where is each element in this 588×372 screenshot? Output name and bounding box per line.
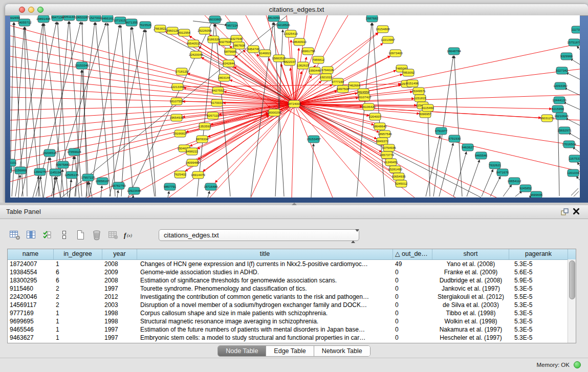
column-header-year[interactable]: year bbox=[102, 249, 137, 259]
table-cell[interactable]: 0 bbox=[393, 309, 432, 317]
table-cell[interactable]: 5.9E-5 bbox=[509, 276, 568, 285]
close-window-button[interactable] bbox=[19, 7, 25, 13]
table-cell[interactable]: 5.6E-5 bbox=[509, 268, 568, 276]
table-cell[interactable]: 0 bbox=[393, 334, 432, 342]
row-height-button[interactable] bbox=[57, 229, 71, 241]
show-columns-button[interactable] bbox=[25, 229, 38, 241]
table-cell[interactable]: 0 bbox=[393, 325, 432, 334]
table-cell[interactable]: Genome-wide association studies in ADHD. bbox=[137, 268, 393, 276]
column-header-title[interactable]: title bbox=[137, 249, 393, 259]
table-selector-dropdown[interactable]: citations_edges.txt bbox=[159, 229, 359, 241]
table-cell[interactable]: Estimation of the future numbers of pati… bbox=[137, 325, 393, 334]
table-cell[interactable]: Jankovic et al. (1997) bbox=[432, 285, 509, 293]
table-cell[interactable]: Tourette syndrome. Phenomenology and cla… bbox=[137, 285, 393, 293]
table-cell[interactable]: 0 bbox=[393, 293, 432, 301]
table-cell[interactable]: Embryonic stem cells: a model to study s… bbox=[137, 334, 393, 342]
close-panel-button[interactable] bbox=[573, 208, 582, 216]
table-cell[interactable]: 5.3E-5 bbox=[509, 317, 568, 325]
table-cell[interactable]: 1 bbox=[54, 334, 102, 342]
citation-network-graph[interactable]: 2242004692428442803144842755291700318267… bbox=[10, 15, 580, 198]
table-cell[interactable]: Corpus callosum shape and size in male p… bbox=[137, 309, 393, 317]
table-cell[interactable]: 2012 bbox=[102, 293, 137, 301]
tab-edge-table[interactable]: Edge Table bbox=[266, 346, 314, 356]
table-cell[interactable]: 0 bbox=[393, 301, 432, 309]
table-cell[interactable]: 9463627 bbox=[8, 334, 54, 342]
table-cell[interactable]: Dudbridge et al. (2008) bbox=[432, 276, 509, 285]
table-cell[interactable]: 9465546 bbox=[8, 325, 54, 334]
window-titlebar[interactable]: citations_edges.txt bbox=[5, 4, 588, 16]
table-cell[interactable]: 1 bbox=[54, 325, 102, 334]
table-cell[interactable]: 14569117 bbox=[8, 301, 54, 309]
table-row[interactable]: 1872400712008Changes of HCN gene express… bbox=[8, 260, 576, 268]
table-cell[interactable]: 2 bbox=[54, 285, 102, 293]
network-canvas[interactable]: 2242004692428442803144842755291700318267… bbox=[10, 15, 580, 198]
table-row[interactable]: 1830029562008Estimation of significance … bbox=[8, 276, 576, 285]
table-cell[interactable]: 1 bbox=[54, 317, 102, 325]
vertical-scrollbar[interactable] bbox=[568, 259, 576, 343]
zoom-window-button[interactable] bbox=[37, 7, 43, 13]
tab-node-table[interactable]: Node Table bbox=[218, 346, 266, 356]
table-cell[interactable]: 5.3E-5 bbox=[509, 334, 568, 342]
table-cell[interactable]: 0 bbox=[393, 268, 432, 276]
table-cell[interactable]: Tibbo et al. (1998) bbox=[432, 309, 509, 317]
table-row[interactable]: 946362711997Embryonic stem cells: a mode… bbox=[8, 334, 576, 342]
float-panel-button[interactable] bbox=[560, 208, 570, 216]
table-cell[interactable]: 2009 bbox=[102, 268, 137, 276]
table-cell[interactable]: Estimation of significance thresholds fo… bbox=[137, 276, 393, 285]
table-cell[interactable]: 18300295 bbox=[8, 276, 54, 285]
tab-network-table[interactable]: Network Table bbox=[314, 346, 370, 356]
column-header-in_degree[interactable]: in_degree bbox=[54, 249, 102, 259]
table-cell[interactable]: 1997 bbox=[102, 334, 137, 342]
column-header-pagerank[interactable]: pagerank bbox=[509, 249, 568, 259]
table-cell[interactable]: 0 bbox=[393, 317, 432, 325]
table-cell[interactable]: 1997 bbox=[102, 325, 137, 334]
select-rows-button[interactable] bbox=[41, 229, 54, 241]
table-cell[interactable]: 6 bbox=[54, 268, 102, 276]
table-cell[interactable]: 2003 bbox=[102, 301, 137, 309]
table-cell[interactable]: de Silva et al. (2003) bbox=[432, 301, 509, 309]
table-cell[interactable]: 5.3E-5 bbox=[509, 325, 568, 334]
table-cell[interactable]: Nakamura et al. (1997) bbox=[432, 325, 509, 334]
table-cell[interactable]: 6 bbox=[54, 276, 102, 285]
table-row[interactable]: 946554611997Estimation of the future num… bbox=[8, 325, 576, 334]
table-row[interactable]: 969969511998Structural magnetic resonanc… bbox=[8, 317, 576, 325]
column-header-name[interactable]: name bbox=[8, 249, 54, 259]
table-cell[interactable]: 1 bbox=[54, 309, 102, 317]
table-cell[interactable]: Yano et al. (2008) bbox=[432, 260, 509, 268]
table-cell[interactable]: 0 bbox=[393, 276, 432, 285]
table-cell[interactable]: 5.3E-5 bbox=[509, 285, 568, 293]
table-cell[interactable]: 5.3E-5 bbox=[509, 301, 568, 309]
table-cell[interactable]: 22420046 bbox=[8, 293, 54, 301]
table-row[interactable]: 2242004622012Investigating the contribut… bbox=[8, 293, 576, 301]
table-cell[interactable]: 5.3E-5 bbox=[509, 309, 568, 317]
minimize-window-button[interactable] bbox=[28, 7, 34, 13]
table-cell[interactable]: 1997 bbox=[102, 285, 137, 293]
import-table-button[interactable] bbox=[106, 229, 120, 241]
table-cell[interactable]: Hescheler et al. (1997) bbox=[432, 334, 509, 342]
column-header-out_de[interactable]: △ out_de… bbox=[393, 249, 432, 259]
table-cell[interactable]: 9115460 bbox=[8, 285, 54, 293]
table-cell[interactable]: 5.3E-5 bbox=[509, 260, 568, 268]
table-cell[interactable]: 2008 bbox=[102, 276, 137, 285]
table-cell[interactable]: 0 bbox=[393, 285, 432, 293]
table-cell[interactable]: 2 bbox=[54, 293, 102, 301]
table-cell[interactable]: 5.5E-5 bbox=[509, 293, 568, 301]
table-cell[interactable]: Stergiakouli et al. (2012) bbox=[432, 293, 509, 301]
new-table-button[interactable] bbox=[74, 229, 87, 241]
table-cell[interactable]: 18724007 bbox=[8, 260, 54, 268]
table-cell[interactable]: 1998 bbox=[102, 309, 137, 317]
table-row[interactable]: 911546021997Tourette syndrome. Phenomeno… bbox=[8, 285, 576, 293]
table-cell[interactable]: 1 bbox=[54, 260, 102, 268]
table-cell[interactable]: 9777169 bbox=[8, 309, 54, 317]
table-cell[interactable]: Investigating the contribution of common… bbox=[137, 293, 393, 301]
table-row[interactable]: 1456911722003Disruption of a novel membe… bbox=[8, 301, 576, 309]
table-cell[interactable]: 9699695 bbox=[8, 317, 54, 325]
scrollbar-thumb[interactable] bbox=[569, 260, 575, 299]
column-header-short[interactable]: short bbox=[432, 249, 509, 259]
table-row[interactable]: 977716911998Corpus callosum shape and si… bbox=[8, 309, 576, 317]
table-cell[interactable]: Disruption of a novel member of a sodium… bbox=[137, 301, 393, 309]
table-cell[interactable]: Changes of HCN gene expression and I(f) … bbox=[137, 260, 393, 268]
table-cell[interactable]: 2 bbox=[54, 301, 102, 309]
function-builder-button[interactable]: f (x) bbox=[123, 229, 136, 241]
table-row[interactable]: 1938455462009Genome-wide association stu… bbox=[8, 268, 576, 276]
